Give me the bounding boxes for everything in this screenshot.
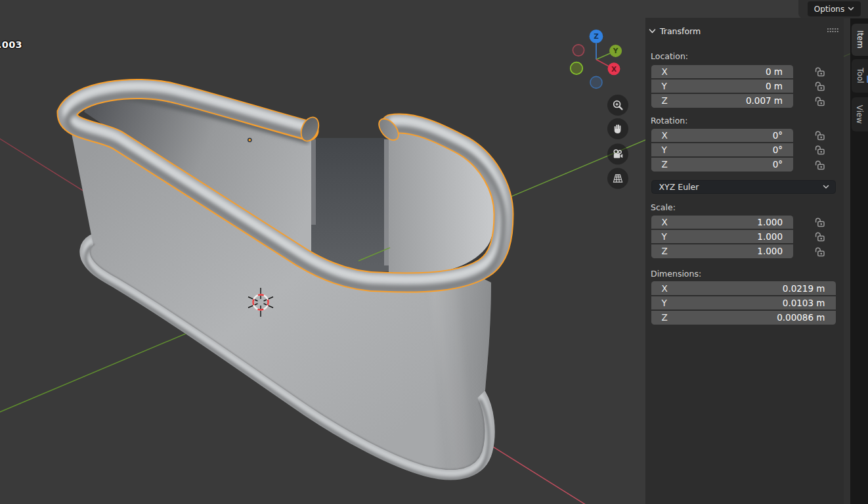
mesh-tube-object-selected	[39, 66, 538, 302]
scale-y-lock-icon[interactable]	[814, 231, 825, 242]
gizmo-x-ball[interactable]: X	[608, 62, 620, 75]
gizmo-y-ball[interactable]: Y	[609, 45, 622, 57]
zoom-button[interactable]	[607, 95, 628, 116]
panel-collapse-chevron-icon	[649, 29, 656, 34]
axis-label: Z	[662, 95, 668, 106]
active-object-name-overlay: .003	[0, 39, 22, 50]
location-label: Location:	[651, 51, 688, 61]
rotation-y-lock-icon[interactable]	[814, 144, 825, 155]
location-z-lock-icon[interactable]	[814, 95, 825, 106]
projection-toggle-button[interactable]	[607, 168, 628, 189]
scale-x-field[interactable]: X 1.000	[651, 216, 794, 229]
field-value: 0 m	[766, 81, 783, 91]
transform-panel-header[interactable]: Transform	[649, 26, 701, 36]
options-button-label: Options	[814, 5, 844, 14]
gizmo-x-neg-ball[interactable]	[573, 45, 584, 56]
scale-x-lock-icon[interactable]	[814, 216, 825, 227]
field-value: 0.0103 m	[783, 298, 825, 308]
sidebar-gap-strip	[844, 18, 850, 504]
location-z-field[interactable]: Z 0.007 m	[651, 94, 794, 108]
axis-label: X	[662, 130, 668, 141]
chevron-down-icon	[823, 185, 829, 189]
axis-label: X	[662, 283, 668, 294]
transform-panel-title: Transform	[660, 26, 701, 36]
rotation-y-field[interactable]: Y 0°	[651, 143, 794, 157]
rotation-mode-dropdown[interactable]: XYZ Euler	[651, 180, 836, 194]
scale-z-lock-icon[interactable]	[814, 246, 825, 257]
sidebar-tab-item-label: Item	[855, 31, 864, 49]
gizmo-z-label: Z	[594, 32, 599, 40]
scale-y-field[interactable]: Y 1.000	[651, 230, 794, 244]
chevron-down-icon	[848, 7, 854, 11]
scale-z-field[interactable]: Z 1.000	[651, 244, 794, 258]
sidebar-tab-view[interactable]: View	[852, 97, 868, 131]
dimensions-x-field[interactable]: X 0.0219 m	[651, 281, 836, 295]
rotation-z-lock-icon[interactable]	[814, 159, 825, 170]
sidebar-tab-tool-label: Tool	[855, 68, 864, 83]
location-y-lock-icon[interactable]	[814, 80, 825, 91]
axis-label: Y	[662, 145, 667, 155]
blender-3d-viewport: Z Y X	[0, 0, 868, 504]
field-value: 0°	[773, 130, 783, 141]
field-value: 0°	[773, 145, 783, 155]
field-value: 0°	[773, 159, 783, 170]
sidebar-tab-view-label: View	[855, 105, 864, 124]
axis-label: X	[662, 217, 668, 227]
rotation-x-field[interactable]: X 0°	[651, 129, 794, 143]
rotation-z-field[interactable]: Z 0°	[651, 158, 794, 172]
pan-button[interactable]	[607, 118, 628, 139]
gizmo-z-neg-ball[interactable]	[590, 76, 602, 88]
location-y-field[interactable]: Y 0 m	[651, 80, 794, 93]
gizmo-x-label: X	[611, 65, 617, 73]
gizmo-y-label: Y	[613, 47, 618, 55]
axis-label: Z	[662, 312, 668, 323]
location-x-field[interactable]: X 0 m	[651, 65, 794, 79]
field-value: 1.000	[757, 246, 783, 256]
sidebar-tab-item[interactable]: Item	[852, 24, 868, 56]
axis-label: Y	[662, 298, 667, 308]
field-value: 1.000	[757, 217, 783, 227]
axis-label: Y	[662, 231, 667, 242]
sidebar-tab-tool[interactable]: Tool	[852, 59, 868, 93]
field-value: 1.000	[757, 231, 783, 242]
panel-drag-grip[interactable]	[827, 28, 829, 30]
dimensions-label: Dimensions:	[651, 269, 701, 279]
rotation-label: Rotation:	[651, 116, 688, 126]
location-x-lock-icon[interactable]	[814, 66, 825, 77]
options-dropdown-button[interactable]: Options	[808, 1, 861, 16]
object-origin-dot	[248, 138, 251, 141]
field-value: 0.0219 m	[783, 283, 825, 294]
axis-label: X	[662, 66, 668, 77]
axis-label: Y	[662, 81, 667, 91]
rotation-x-lock-icon[interactable]	[814, 129, 825, 141]
gizmo-z-ball[interactable]: Z	[590, 30, 603, 43]
dimensions-z-field[interactable]: Z 0.00086 m	[651, 311, 836, 325]
field-value: 0.00086 m	[777, 312, 825, 323]
field-value: 0 m	[766, 66, 783, 77]
gizmo-y-neg-ball[interactable]	[571, 62, 582, 74]
axis-label: Z	[662, 246, 668, 256]
field-value: 0.007 m	[746, 95, 783, 106]
dimensions-y-field[interactable]: Y 0.0103 m	[651, 296, 836, 310]
scale-label: Scale:	[651, 202, 676, 212]
rotation-mode-value: XYZ Euler	[659, 182, 699, 192]
axis-label: Z	[662, 159, 668, 170]
camera-view-button[interactable]	[607, 144, 628, 165]
